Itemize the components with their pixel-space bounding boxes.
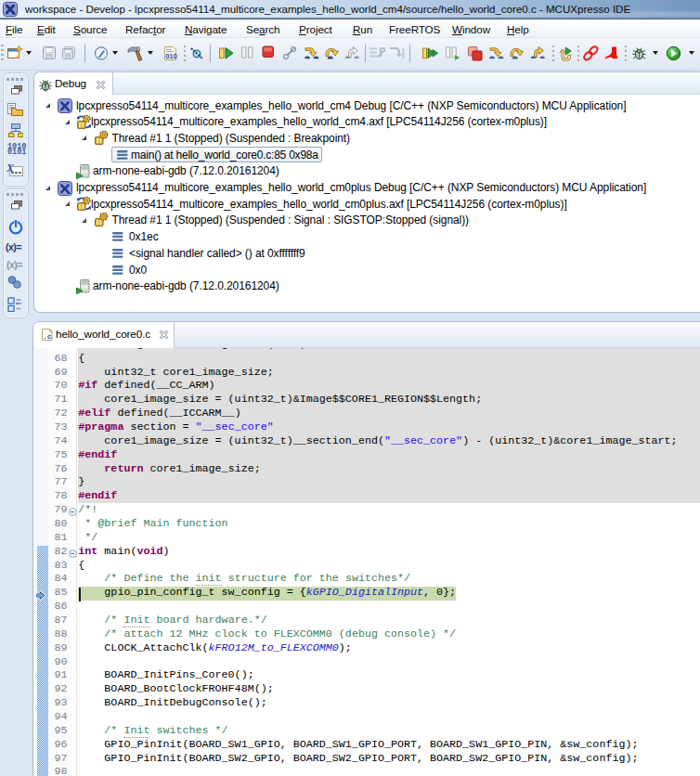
svg-text:X: X [6,163,15,175]
svg-text:.c: .c [43,332,52,341]
svg-text:010: 010 [165,52,177,60]
